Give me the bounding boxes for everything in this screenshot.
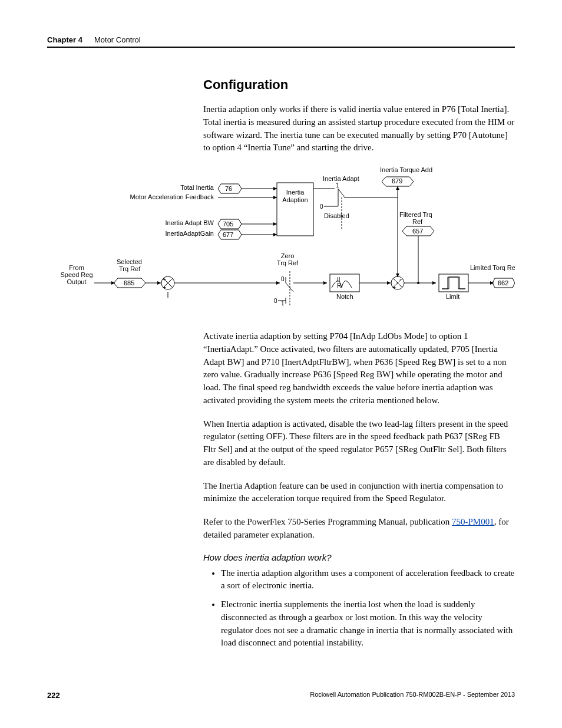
list-item: The inertia adaption algorithm uses a co…: [221, 567, 515, 593]
label-from3: Output: [67, 278, 86, 285]
switch-1b: 1: [281, 300, 285, 307]
label-filtered-trq1: Filtered Trq: [399, 211, 432, 218]
running-header: Chapter 4 Motor Control: [47, 35, 515, 48]
label-zero2: Trq Ref: [277, 259, 299, 266]
paragraph: Refer to the PowerFlex 750-Series Progra…: [203, 516, 515, 542]
param-705: 705: [223, 220, 233, 228]
label-inertia-adapt: Inertia Adapt: [323, 175, 359, 182]
label-sel-trq2: Trq Ref: [119, 265, 141, 272]
label-inertia-torque-add: Inertia Torque Add: [380, 166, 432, 173]
label-block-ia1: Inertia: [286, 189, 305, 196]
label-from1: From: [69, 264, 84, 271]
chapter-number: Chapter 4: [47, 35, 82, 44]
text: Refer to the PowerFlex 750-Series Progra…: [203, 517, 452, 526]
param-685: 685: [124, 279, 134, 286]
subheading: How does inertia adaption work?: [203, 552, 515, 562]
label-motor-accel-fb: Motor Acceleration Feedback: [130, 193, 214, 200]
paragraph: When Inertia adaption is activated, disa…: [203, 418, 515, 469]
label-sel-trq1: Selected: [117, 258, 142, 265]
svg-text:−: −: [399, 276, 403, 282]
label-iir2: R: [337, 282, 341, 289]
label-disabled: Disabled: [324, 212, 349, 219]
switch-1: 1: [336, 182, 339, 189]
label-limit: Limit: [446, 293, 459, 300]
link-750-pm001[interactable]: 750-PM001: [452, 517, 494, 526]
chapter-title: Motor Control: [94, 35, 141, 44]
page-number: 222: [47, 691, 60, 700]
label-limited-torq: Limited Torq Ref: [470, 264, 515, 271]
paragraph: Inertia adaption only works if there is …: [203, 103, 515, 154]
param-677: 677: [223, 231, 233, 238]
label-from2: Speed Reg: [60, 271, 92, 278]
page-footer: 222 Rockwell Automation Publication 750-…: [47, 691, 515, 700]
svg-text:0: 0: [274, 298, 277, 304]
param-662: 662: [498, 279, 508, 286]
label-total-inertia: Total Inertia: [180, 184, 214, 191]
svg-line-7: [338, 189, 345, 197]
svg-text:+: +: [163, 276, 166, 283]
svg-text:+: +: [392, 284, 396, 291]
paragraph: The Inertia Adaption feature can be used…: [203, 480, 515, 506]
block-diagram: Inertia Torque Add Inertia Adapt 679 Tot…: [47, 165, 515, 312]
bullet-list: The inertia adaption algorithm uses a co…: [203, 567, 515, 650]
paragraph: Activate inertia adaption by setting P70…: [203, 330, 515, 407]
svg-text:+: +: [163, 284, 166, 291]
section-heading: Configuration: [203, 77, 515, 93]
param-76: 76: [225, 185, 232, 192]
param-657: 657: [412, 228, 423, 235]
label-ia-bw: Inertia Adapt BW: [165, 219, 214, 226]
publication-info: Rockwell Automation Publication 750-RM00…: [310, 691, 515, 700]
param-679: 679: [392, 177, 402, 185]
label-ia-gain: InertiaAdaptGain: [165, 230, 214, 237]
label-block-ia2: Adaption: [282, 196, 308, 203]
switch-0b: 0: [281, 276, 285, 282]
label-notch: Notch: [336, 293, 353, 300]
switch-0a: 0: [320, 203, 323, 210]
label-filtered-trq2: Ref: [412, 218, 423, 225]
list-item: Electronic inertia supplements the inert…: [221, 598, 515, 650]
label-zero1: Zero: [281, 252, 295, 259]
